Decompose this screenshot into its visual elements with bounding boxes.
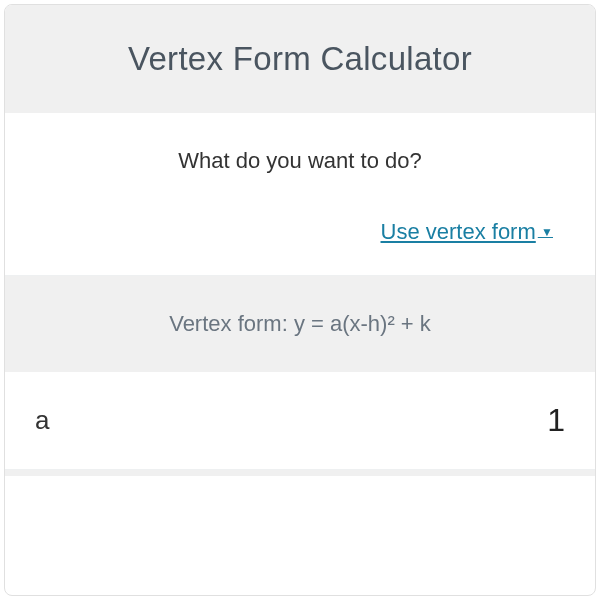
input-label-a: a [35, 405, 49, 436]
divider [5, 470, 595, 476]
mode-dropdown[interactable]: Use vertex form ▼ [35, 219, 565, 245]
calculator-container: Vertex Form Calculator What do you want … [4, 4, 596, 596]
header-section: Vertex Form Calculator [5, 5, 595, 113]
mode-dropdown-link[interactable]: Use vertex form ▼ [381, 219, 553, 245]
input-row-a: a [5, 372, 595, 470]
mode-dropdown-label: Use vertex form [381, 219, 536, 245]
input-field-a[interactable] [415, 402, 565, 439]
page-title: Vertex Form Calculator [25, 40, 575, 78]
formula-label: Vertex form: y = a(x-h)² + k [25, 311, 575, 337]
chevron-down-icon: ▼ [538, 225, 553, 239]
formula-section: Vertex form: y = a(x-h)² + k [5, 276, 595, 372]
question-prompt: What do you want to do? [35, 148, 565, 174]
question-section: What do you want to do? Use vertex form … [5, 113, 595, 276]
